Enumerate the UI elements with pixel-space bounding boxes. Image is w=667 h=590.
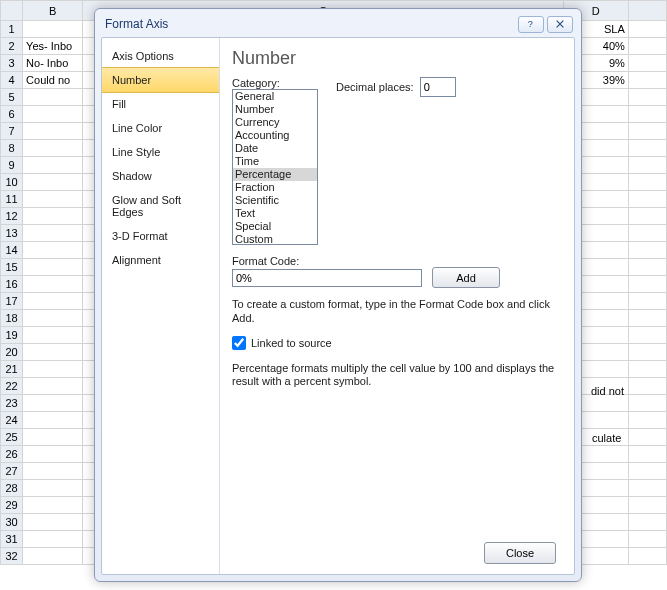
row-header[interactable]: 2: [1, 38, 23, 55]
category-option[interactable]: Currency: [233, 116, 317, 129]
row-header[interactable]: 14: [1, 242, 23, 259]
nav-item-shadow[interactable]: Shadow: [102, 164, 219, 188]
row-header[interactable]: 19: [1, 327, 23, 344]
row-header[interactable]: 30: [1, 514, 23, 531]
nav-item-line-color[interactable]: Line Color: [102, 116, 219, 140]
cell[interactable]: [628, 548, 666, 565]
cell[interactable]: [23, 123, 83, 140]
cell[interactable]: [23, 208, 83, 225]
cell[interactable]: [628, 497, 666, 514]
category-option[interactable]: Special: [233, 220, 317, 233]
cell[interactable]: [628, 225, 666, 242]
cell[interactable]: [628, 38, 666, 55]
cell[interactable]: [628, 395, 666, 412]
nav-item-fill[interactable]: Fill: [102, 92, 219, 116]
cell[interactable]: [23, 531, 83, 548]
add-button[interactable]: Add: [432, 267, 500, 288]
cell[interactable]: [628, 293, 666, 310]
cell[interactable]: [628, 140, 666, 157]
cell[interactable]: [23, 327, 83, 344]
cell[interactable]: [628, 208, 666, 225]
row-header[interactable]: 23: [1, 395, 23, 412]
cell[interactable]: [628, 21, 666, 38]
cell[interactable]: [628, 378, 666, 395]
cell[interactable]: [23, 276, 83, 293]
nav-item-3-d-format[interactable]: 3-D Format: [102, 224, 219, 248]
category-listbox[interactable]: GeneralNumberCurrencyAccountingDateTimeP…: [232, 89, 318, 245]
row-header[interactable]: 5: [1, 89, 23, 106]
category-option[interactable]: Scientific: [233, 194, 317, 207]
row-header[interactable]: 25: [1, 429, 23, 446]
cell[interactable]: [23, 191, 83, 208]
cell[interactable]: [628, 242, 666, 259]
col-header-e[interactable]: [628, 1, 666, 21]
row-header[interactable]: 16: [1, 276, 23, 293]
row-header[interactable]: 7: [1, 123, 23, 140]
cell[interactable]: [628, 174, 666, 191]
category-option[interactable]: Percentage: [233, 168, 317, 181]
cell[interactable]: [628, 89, 666, 106]
cell[interactable]: [628, 259, 666, 276]
category-option[interactable]: Fraction: [233, 181, 317, 194]
cell[interactable]: [23, 310, 83, 327]
cell[interactable]: [23, 480, 83, 497]
row-header[interactable]: 4: [1, 72, 23, 89]
row-header[interactable]: 32: [1, 548, 23, 565]
cell[interactable]: Could no: [23, 72, 83, 89]
row-header[interactable]: 20: [1, 344, 23, 361]
row-header[interactable]: 3: [1, 55, 23, 72]
cell[interactable]: [23, 89, 83, 106]
row-header[interactable]: 27: [1, 463, 23, 480]
cell[interactable]: [23, 140, 83, 157]
cell[interactable]: [628, 106, 666, 123]
cell[interactable]: [628, 361, 666, 378]
row-header[interactable]: 24: [1, 412, 23, 429]
format-code-input[interactable]: [232, 269, 422, 287]
cell[interactable]: [23, 361, 83, 378]
row-header[interactable]: 22: [1, 378, 23, 395]
nav-item-number[interactable]: Number: [102, 67, 219, 93]
cell[interactable]: [23, 344, 83, 361]
cell[interactable]: [628, 310, 666, 327]
close-x-button[interactable]: [547, 16, 573, 33]
linked-to-source-input[interactable]: [232, 336, 246, 350]
decimal-places-input[interactable]: [420, 77, 456, 97]
category-option[interactable]: Number: [233, 103, 317, 116]
cell[interactable]: [628, 429, 666, 446]
cell[interactable]: [628, 412, 666, 429]
row-header[interactable]: 9: [1, 157, 23, 174]
cell[interactable]: [628, 123, 666, 140]
nav-item-alignment[interactable]: Alignment: [102, 248, 219, 272]
row-header[interactable]: 26: [1, 446, 23, 463]
cell[interactable]: [628, 463, 666, 480]
cell[interactable]: [628, 344, 666, 361]
row-header[interactable]: 10: [1, 174, 23, 191]
category-option[interactable]: Custom: [233, 233, 317, 245]
cell[interactable]: [628, 72, 666, 89]
row-header[interactable]: 8: [1, 140, 23, 157]
cell[interactable]: [23, 395, 83, 412]
cell[interactable]: [628, 514, 666, 531]
cell[interactable]: [23, 412, 83, 429]
nav-item-axis-options[interactable]: Axis Options: [102, 44, 219, 68]
close-button[interactable]: Close: [484, 542, 556, 564]
cell[interactable]: [628, 480, 666, 497]
row-header[interactable]: 15: [1, 259, 23, 276]
cell[interactable]: [628, 55, 666, 72]
cell[interactable]: [628, 327, 666, 344]
row-header[interactable]: 17: [1, 293, 23, 310]
nav-item-glow-and-soft-edges[interactable]: Glow and Soft Edges: [102, 188, 219, 224]
cell[interactable]: [23, 378, 83, 395]
cell[interactable]: No- Inbo: [23, 55, 83, 72]
row-header[interactable]: 18: [1, 310, 23, 327]
cell[interactable]: Yes- Inbo: [23, 38, 83, 55]
cell[interactable]: [23, 429, 83, 446]
row-header[interactable]: 28: [1, 480, 23, 497]
cell[interactable]: [23, 21, 83, 38]
row-header[interactable]: 12: [1, 208, 23, 225]
cell[interactable]: [628, 531, 666, 548]
cell[interactable]: [628, 446, 666, 463]
cell[interactable]: [23, 225, 83, 242]
linked-to-source-checkbox[interactable]: Linked to source: [232, 336, 562, 350]
cell[interactable]: [23, 242, 83, 259]
